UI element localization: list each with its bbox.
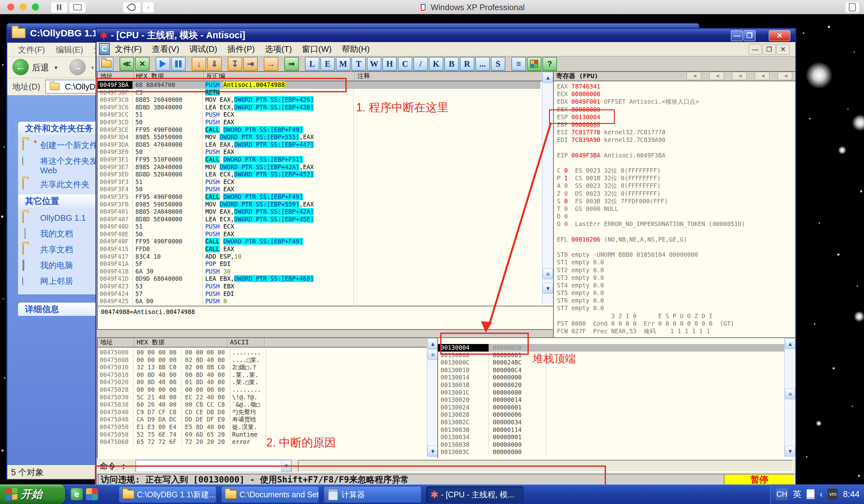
disasm-row[interactable]: 0049F3CD50PUSH EAX — [98, 119, 540, 126]
register-line[interactable] — [554, 243, 795, 251]
info-pane[interactable]: 00474988=Antisoci.00474988 — [97, 306, 554, 330]
stack-scrollbar[interactable]: ▲ ≡ ▼ — [784, 338, 795, 457]
register-line[interactable]: O 0 LastErr ERROR_NO_IMPERSONATION_TOKEN… — [554, 220, 795, 228]
taskbar-button[interactable]: C:\Documents and Set... — [221, 486, 319, 503]
stack-row[interactable]: 0013001C00000000 — [438, 389, 795, 396]
vm-display-button[interactable] — [845, 2, 860, 13]
mdi-minimize-button[interactable]: — — [748, 44, 762, 55]
trace-into-button[interactable]: ↧ — [228, 57, 242, 71]
disasm-row[interactable]: 0049F3CC51PUSH ECX — [98, 111, 540, 119]
scrollbar-thumb[interactable]: ≡ — [543, 268, 553, 279]
back-button[interactable]: ← — [12, 59, 29, 75]
view-breakpoints-button[interactable]: B — [444, 57, 459, 71]
scroll-down-icon[interactable]: ▼ — [428, 446, 438, 457]
view-log-button[interactable]: L — [305, 57, 320, 71]
register-line[interactable]: EDI 7C839A90 kernel32.7C839A90 — [554, 136, 795, 144]
disasm-row[interactable]: 0049F3F5FF95 490F0000CALL DWORD PTR SS:[… — [98, 193, 540, 201]
register-line[interactable]: T 0 GS 0000 NULL — [554, 205, 795, 213]
scroll-up-icon[interactable]: ▲ — [785, 338, 795, 349]
scrollbar-thumb[interactable]: ≡ — [428, 349, 438, 360]
disasm-row[interactable]: 0049F40D51PUSH ECX — [98, 223, 540, 230]
view-patches-button[interactable]: / — [413, 57, 428, 71]
stack-row[interactable]: 0013003400000001 — [438, 433, 795, 441]
close-program-button[interactable]: ✕ — [135, 57, 149, 71]
execute-till-return-button[interactable]: ⇒ — [284, 57, 299, 71]
register-line[interactable] — [554, 144, 795, 152]
register-line[interactable]: ST6 empty 0.0 — [554, 297, 795, 304]
menu-item[interactable]: 插件(P) — [227, 44, 255, 55]
taskbar-button[interactable]: 计算器 — [324, 486, 421, 503]
disasm-row[interactable]: 0049F3F351PUSH ECX — [98, 178, 540, 186]
disasm-row[interactable]: 0049F3FB8985 59050000MOV DWORD PTR SS:[E… — [98, 201, 540, 208]
stack-row[interactable]: 0013003000000114 — [438, 426, 795, 434]
register-line[interactable]: P 1 CS 001B 32位 0(FFFFFFFF) — [554, 174, 795, 182]
taskbar-button[interactable]: C:\OllyDBG 1.1\新建... — [119, 486, 216, 503]
register-line[interactable]: ST3 empty 0.0 — [554, 274, 795, 281]
taskbar-button[interactable]: ✱- [CPU - 主线程, 模... — [426, 486, 524, 503]
register-line[interactable]: EFL 00010206 (NO,NB,NE,A,NS,PE,GE,G) — [554, 236, 795, 243]
register-line[interactable]: ST0 empty -UNORM BBB0 01050104 00000000 — [554, 251, 795, 258]
dump-row[interactable]: 004750305C 21 40 00EC 22 40 00\!@.?@. — [98, 394, 438, 401]
disassembly-pane[interactable]: 地址 HEX 数据 反汇编 注释 0049F3BA68 88494700PUSH… — [97, 71, 554, 307]
explorer-menu-item[interactable]: 编辑(E) — [56, 44, 83, 55]
mdi-close-button[interactable]: ✕ — [776, 44, 790, 55]
register-line[interactable]: EIP 0049F3BA Antisoci.0049F3BA — [554, 152, 795, 159]
stack-pane[interactable]: 001300040000002000130008000000010013000C… — [437, 337, 796, 459]
register-line[interactable]: D 0 — [554, 213, 795, 220]
view-callstack-button[interactable]: K — [429, 57, 443, 71]
vm-tools-button[interactable] — [123, 2, 141, 13]
view-executables-button[interactable]: E — [320, 57, 335, 71]
stack-row[interactable]: 0013002400000001 — [438, 404, 795, 411]
stack-row[interactable]: 0013002000000014 — [438, 396, 795, 404]
dump-row[interactable]: 0047501800 8D 40 0000 8D 40 00.莱..莱. — [98, 371, 438, 379]
disasm-row[interactable]: 0049F3E78985 2A040000MOV DWORD PTR SS:[E… — [98, 164, 540, 171]
stack-row[interactable]: 0013003C00000000 — [438, 448, 795, 456]
vm-tools-tray-icon[interactable]: vm — [828, 489, 838, 500]
register-line[interactable] — [554, 159, 795, 167]
stack-row[interactable]: 0013001800000020 — [438, 381, 795, 389]
stack-row[interactable]: 0013003800000000 — [438, 441, 795, 449]
disasm-row[interactable]: 0049F3ED8D8D 52040000LEA ECX,DWORD PTR S… — [98, 171, 540, 178]
scroll-up-icon[interactable]: ▲ — [428, 338, 438, 349]
minimize-button[interactable]: — — [731, 31, 743, 41]
menu-item[interactable]: 文件(F) — [115, 44, 142, 55]
view-handles-button[interactable]: H — [382, 57, 397, 71]
scroll-up-icon[interactable]: ▲ — [543, 72, 553, 83]
vm-expand-button[interactable]: › — [142, 2, 154, 13]
run-button[interactable] — [156, 57, 170, 71]
back-dropdown-icon[interactable]: ▼ — [53, 65, 59, 71]
start-button[interactable]: 开始 — [0, 484, 65, 504]
scroll-down-icon[interactable]: ▼ — [543, 283, 553, 294]
ime-indicator[interactable]: 英 — [793, 489, 801, 500]
menu-item[interactable]: 调试(D) — [190, 44, 217, 55]
disasm-row[interactable]: 0049F3DA8D85 47040000LEA EAX,DWORD PTR S… — [98, 141, 540, 148]
forward-dropdown-icon[interactable]: ▼ — [90, 65, 95, 71]
stack-row[interactable]: 00130010000000C4 — [438, 367, 795, 374]
dump-row[interactable]: 0047502800 00 00 0000 00 00 00........ — [98, 386, 438, 394]
vm-pause-button[interactable] — [51, 2, 68, 13]
register-line[interactable]: ST2 empty 0.0 — [554, 266, 795, 274]
register-view-toggle[interactable]: < — [687, 72, 701, 80]
disasm-row[interactable]: 0049F41D8D9D 68040000LEA EBX,DWORD PTR S… — [98, 275, 540, 283]
disasm-row[interactable]: 0049F42457PUSH EDI — [98, 290, 540, 298]
dump-row[interactable]: 00475050E1 E3 00 E4E5 8D 40 00徙.淏莱. — [98, 423, 438, 431]
disasm-row[interactable]: 0049F40FFF95 490F0000CALL DWORD PTR SS:[… — [98, 238, 540, 245]
disasm-row[interactable]: 0049F3C68D8D 3B040000LEA ECX,DWORD PTR S… — [98, 104, 540, 111]
disasm-row[interactable]: 0049F3E050PUSH EAX — [98, 148, 540, 156]
register-line[interactable]: ECX 00000000 — [554, 90, 795, 98]
register-line[interactable]: S 0 FS 003B 32位 7FFDF000(FFF) — [554, 197, 795, 205]
menu-item[interactable]: 帮助(H) — [342, 44, 370, 55]
close-button[interactable]: ✕ — [769, 31, 790, 41]
mac-close-button[interactable] — [7, 3, 14, 10]
tray-notes-icon[interactable] — [806, 489, 815, 499]
scroll-down-icon[interactable]: ▼ — [785, 446, 795, 457]
view-references-button[interactable]: R — [460, 57, 475, 71]
register-view-toggle[interactable]: < — [755, 72, 769, 80]
dump-row[interactable]: 0047500800 00 00 0002 8D 40 00....□莱. — [98, 356, 438, 364]
mdi-restore-button[interactable]: ❒ — [763, 44, 776, 55]
dump-row[interactable]: 0047503860 26 40 0000 CB CC C8`&@..颂□ — [98, 401, 438, 408]
dump-row[interactable]: 00475048CA D9 DA DCDD DE DF E0寿谲贾唅 — [98, 416, 438, 423]
disasm-row[interactable]: 0049F41A5FPOP EDI — [98, 260, 540, 268]
register-line[interactable]: ESI 7C817778 kernel32.7C817778 — [554, 128, 795, 136]
disasm-row[interactable]: 0049F41783C4 10ADD ESP,10 — [98, 253, 540, 261]
